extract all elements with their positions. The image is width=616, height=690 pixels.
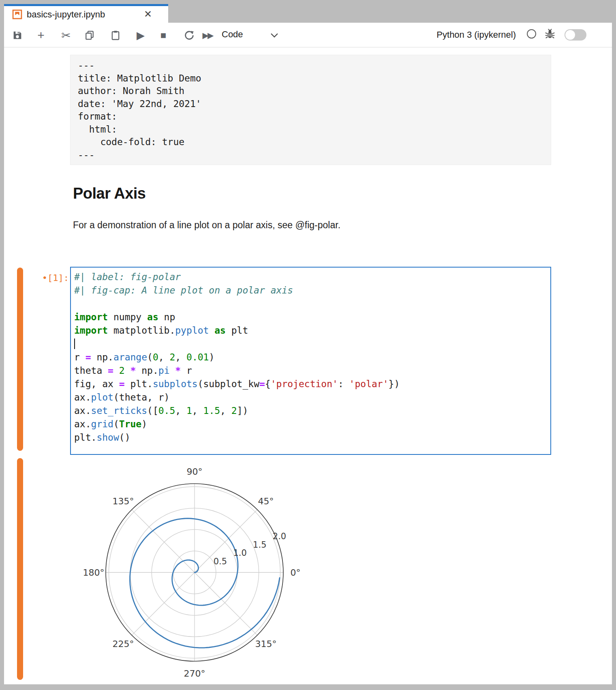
- execution-prompt: •[1]:: [26, 273, 69, 283]
- toggle-knob: [565, 30, 575, 40]
- copy-cells-button[interactable]: [82, 28, 97, 43]
- code-line: [74, 298, 549, 312]
- notebook-tab[interactable]: basics-jupyter.ipynb ✕: [4, 4, 168, 23]
- save-icon: [12, 30, 23, 41]
- svg-text:1.0: 1.0: [233, 548, 246, 558]
- svg-text:0.5: 0.5: [214, 557, 227, 566]
- cell-collapser[interactable]: [17, 268, 23, 451]
- copy-icon: [84, 30, 95, 41]
- markdown-paragraph: For a demonstration of a line plot on a …: [73, 220, 340, 231]
- code-line: import matplotlib.pyplot as plt: [74, 325, 549, 339]
- paste-icon: [110, 30, 121, 41]
- markdown-heading: Polar Axis: [73, 185, 145, 202]
- code-line: ax.plot(theta, r): [74, 392, 549, 405]
- paste-cells-button[interactable]: [108, 28, 123, 43]
- notebook-document: --- title: Matplotlib Demo author: Norah…: [4, 47, 612, 684]
- svg-text:270°: 270°: [184, 669, 205, 679]
- kernel-status-icon: [527, 29, 536, 39]
- cell-type-dropdown[interactable]: Code: [222, 29, 243, 40]
- code-cell[interactable]: #| label: fig-polar#| fig-cap: A line pl…: [70, 267, 551, 455]
- svg-text:180°: 180°: [83, 568, 105, 578]
- run-cell-button[interactable]: ▶: [133, 28, 148, 43]
- code-line: plt.show(): [74, 432, 549, 446]
- svg-text:315°: 315°: [255, 639, 277, 649]
- svg-text:90°: 90°: [187, 467, 203, 477]
- code-line: ax.set_rticks([0.5, 1, 1.5, 2]): [74, 405, 549, 419]
- polar-plot: 0°45°90°135°180°225°270°315°0.51.01.52.0: [65, 457, 320, 684]
- jupyterlab-window: basics-jupyter.ipynb ✕ + ✂: [4, 4, 612, 684]
- svg-text:0°: 0°: [291, 568, 301, 578]
- notebook-file-icon: [12, 9, 22, 19]
- code-line: #| label: fig-polar: [74, 272, 549, 285]
- code-line: fig, ax = plt.subplots(subplot_kw={'proj…: [74, 379, 549, 392]
- output-collapser[interactable]: [17, 458, 23, 680]
- chevron-down-icon[interactable]: [270, 32, 279, 38]
- code-line: r = np.arange(0, 2, 0.01): [74, 352, 549, 365]
- svg-text:45°: 45°: [258, 496, 274, 506]
- code-line: [74, 339, 549, 352]
- yaml-frontmatter-block[interactable]: --- title: Matplotlib Demo author: Norah…: [70, 55, 551, 165]
- svg-text:135°: 135°: [112, 496, 134, 506]
- yaml-text: --- title: Matplotlib Demo author: Norah…: [78, 59, 201, 161]
- cut-cells-button[interactable]: ✂: [59, 28, 73, 43]
- tab-bar: basics-jupyter.ipynb ✕: [4, 4, 612, 23]
- svg-text:2.0: 2.0: [273, 531, 286, 541]
- interrupt-kernel-button[interactable]: ■: [156, 28, 171, 43]
- code-line: theta = 2 * np.pi * r: [74, 365, 549, 379]
- code-editor[interactable]: #| label: fig-polar#| fig-cap: A line pl…: [74, 272, 549, 446]
- svg-text:225°: 225°: [112, 639, 134, 649]
- notebook-toolbar: + ✂ ▶ ■ ▶▶ Code Python 3 (ipykern: [4, 23, 612, 47]
- svg-text:1.5: 1.5: [253, 540, 266, 550]
- code-line: #| fig-cap: A line plot on a polar axis: [74, 285, 549, 298]
- restart-icon: [184, 30, 195, 41]
- run-all-button[interactable]: ▶▶: [200, 28, 215, 43]
- save-button[interactable]: [10, 28, 25, 43]
- code-line: import numpy as np: [74, 312, 549, 325]
- restart-kernel-button[interactable]: [182, 28, 197, 43]
- kernel-name[interactable]: Python 3 (ipykernel): [436, 30, 516, 40]
- debugger-bug-icon[interactable]: [545, 28, 555, 39]
- code-line: ax.grid(True): [74, 419, 549, 432]
- close-icon[interactable]: ✕: [142, 8, 154, 20]
- simple-interface-toggle[interactable]: [565, 29, 586, 41]
- insert-cell-button[interactable]: +: [34, 28, 48, 43]
- tab-title: basics-jupyter.ipynb: [27, 9, 105, 20]
